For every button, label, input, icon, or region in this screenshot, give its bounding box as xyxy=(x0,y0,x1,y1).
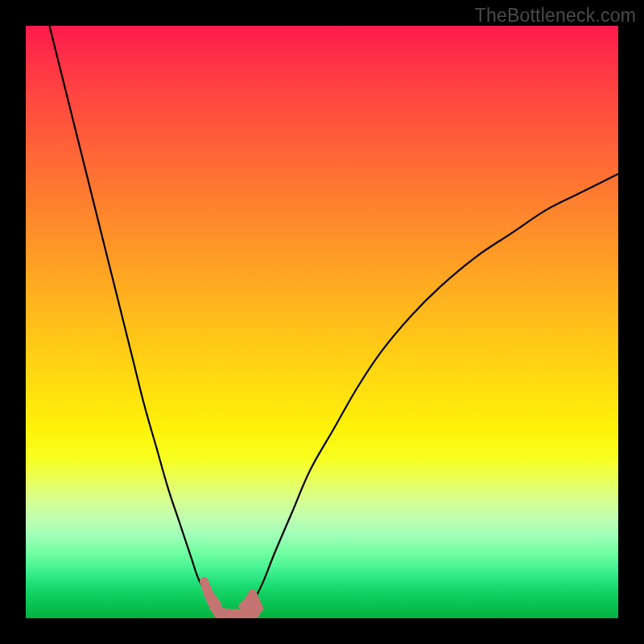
plot-area xyxy=(26,26,618,618)
marker-dash xyxy=(253,594,259,609)
watermark-text: TheBottleneck.com xyxy=(475,5,636,27)
outer-frame: TheBottleneck.com xyxy=(0,0,644,644)
markers-group xyxy=(204,581,258,618)
chart-svg xyxy=(26,26,618,618)
left-branch-path xyxy=(49,26,227,615)
right-branch-path xyxy=(245,174,618,615)
